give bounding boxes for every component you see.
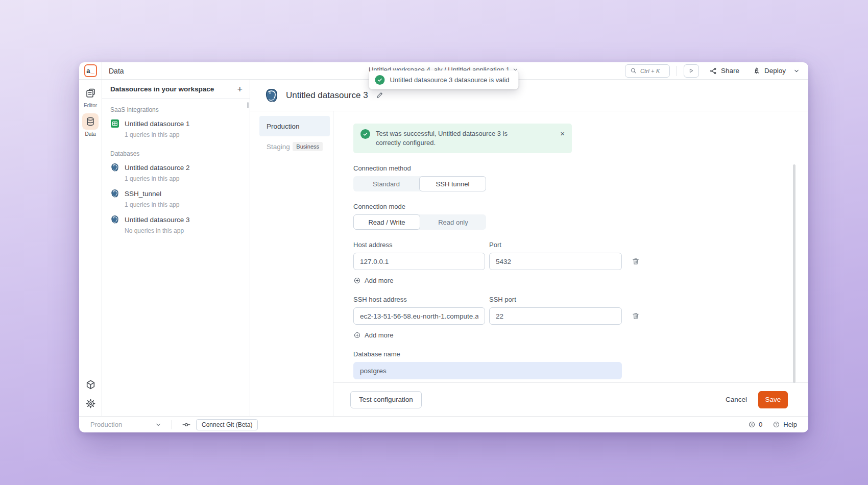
settings-gear-icon[interactable] — [85, 398, 96, 409]
sidebar-item-editor[interactable]: Editor — [82, 85, 99, 108]
statusbar-divider — [172, 420, 172, 429]
datasource-name: Untitled datasource 3 — [125, 216, 190, 224]
tab-production[interactable]: Production — [259, 116, 330, 136]
app-window: a_ Data Untitled workspace 4..alv / Unti… — [79, 62, 808, 432]
panel-scrollbar[interactable] — [247, 102, 249, 108]
share-button[interactable]: Share — [709, 67, 739, 75]
list-item-datasource-2[interactable]: Untitled datasource 2 1 queries in this … — [110, 163, 242, 182]
test-configuration-button[interactable]: Test configuration — [350, 391, 422, 408]
datasource-sub: 1 queries in this app — [125, 175, 242, 182]
database-name-field[interactable] — [353, 362, 622, 379]
git-commit-icon — [182, 420, 191, 429]
toast-message: Untitled datasource 3 datasource is vali… — [390, 76, 509, 84]
cancel-button[interactable]: Cancel — [724, 393, 749, 406]
rail-data-label: Data — [85, 131, 95, 137]
success-check-icon — [375, 75, 384, 85]
option-read-only[interactable]: Read only — [420, 214, 486, 230]
option-read-write[interactable]: Read / Write — [353, 214, 420, 230]
environment-select[interactable]: Production — [90, 421, 162, 428]
add-more-ssh-button[interactable]: Add more — [353, 331, 393, 339]
help-label: Help — [783, 421, 797, 428]
section-label-databases: Databases — [110, 150, 242, 157]
help-circle-icon — [773, 421, 780, 428]
postgresql-icon — [110, 163, 119, 172]
x-circle-icon — [748, 421, 756, 428]
sidebar-item-data[interactable]: Data — [82, 113, 99, 137]
rail-editor-label: Editor — [84, 103, 97, 108]
editor-pages-icon — [82, 85, 99, 101]
form-footer: Test configuration Cancel Save — [333, 382, 808, 416]
ssh-port-field[interactable] — [489, 307, 622, 325]
search-input[interactable]: Ctrl + K — [625, 64, 670, 78]
chevron-down-icon — [155, 421, 162, 428]
add-more-label: Add more — [365, 331, 393, 339]
option-standard[interactable]: Standard — [353, 176, 419, 191]
alert-message: Test was successful, Untitled datasource… — [376, 129, 529, 148]
add-more-host-button[interactable]: Add more — [353, 277, 393, 284]
close-icon[interactable]: × — [560, 129, 565, 138]
option-ssh-tunnel[interactable]: SSH tunnel — [419, 176, 486, 191]
tab-staging[interactable]: Staging Business — [259, 136, 330, 157]
deploy-group: Deploy — [753, 67, 800, 75]
edit-name-pencil-icon[interactable] — [375, 91, 384, 100]
datasource-name: Untitled datasource 1 — [125, 120, 190, 128]
connection-method-label: Connection method — [353, 164, 808, 172]
logo-cell: a_ — [79, 62, 102, 79]
main-content: Untitled datasource 3 Production Staging… — [250, 80, 808, 416]
status-bar: Production Connect Git (Beta) 0 Help — [79, 416, 808, 432]
datasource-sub: No queries in this app — [125, 227, 242, 234]
google-sheets-icon — [110, 119, 119, 128]
database-icon — [82, 113, 99, 130]
rocket-icon — [753, 67, 761, 75]
tab-staging-label: Staging — [267, 143, 290, 151]
ssh-row — [353, 307, 808, 325]
list-item-ssh-tunnel[interactable]: SSH_tunnel 1 queries in this app — [110, 189, 242, 208]
ssh-host-label: SSH host address — [353, 296, 489, 303]
left-rail: Editor Data — [79, 80, 102, 416]
connect-git-button[interactable]: Connect Git (Beta) — [196, 419, 258, 430]
list-item-datasource-3[interactable]: Untitled datasource 3 No queries in this… — [110, 215, 242, 234]
port-field[interactable] — [489, 253, 622, 270]
section-label-saas: SaaS integrations — [110, 106, 242, 113]
host-port-row — [353, 253, 808, 270]
datasources-panel-title: Datasources in your workspace — [110, 85, 214, 93]
appsmith-logo[interactable]: a_ — [84, 64, 97, 77]
success-check-icon — [360, 129, 370, 139]
trash-icon[interactable] — [631, 257, 640, 266]
save-button[interactable]: Save — [758, 391, 788, 408]
logo-underscore: _ — [91, 67, 94, 74]
host-port-labels: Host address Port — [353, 241, 808, 249]
help-button[interactable]: Help — [773, 421, 797, 428]
datasources-list: SaaS integrations Untitled datasource 1 … — [102, 99, 250, 248]
postgresql-icon — [110, 189, 119, 198]
datasource-name: SSH_tunnel — [125, 190, 161, 198]
form-scrollbar[interactable] — [793, 164, 795, 383]
deploy-button[interactable]: Deploy — [753, 67, 786, 75]
connection-mode-toggle: Read / Write Read only — [353, 214, 486, 230]
form-region: Test was successful, Untitled datasource… — [333, 111, 808, 416]
deploy-chevron-icon[interactable] — [793, 67, 800, 75]
add-more-label: Add more — [365, 277, 393, 284]
trash-icon[interactable] — [631, 311, 640, 321]
postgresql-icon — [110, 215, 119, 224]
logo-letter: a — [86, 67, 90, 74]
list-item-datasource-1[interactable]: Untitled datasource 1 1 queries in this … — [110, 119, 242, 138]
form-scroll-area: Test was successful, Untitled datasource… — [333, 111, 808, 382]
success-alert: Test was successful, Untitled datasource… — [353, 124, 572, 153]
toast-notification: Untitled datasource 3 datasource is vali… — [369, 70, 518, 89]
ssh-labels: SSH host address SSH port — [353, 296, 808, 303]
packages-cube-icon[interactable] — [85, 379, 96, 390]
topbar-divider — [677, 66, 677, 76]
datasource-title: Untitled datasource 3 — [286, 90, 368, 101]
host-address-label: Host address — [353, 241, 489, 249]
ssh-host-field[interactable] — [353, 307, 485, 325]
add-datasource-button[interactable]: + — [237, 85, 243, 94]
error-count[interactable]: 0 — [748, 421, 762, 428]
host-address-field[interactable] — [353, 253, 485, 270]
rail-bottom — [85, 379, 96, 409]
datasource-sub: 1 queries in this app — [125, 131, 242, 138]
run-button[interactable] — [684, 64, 699, 78]
ssh-port-label: SSH port — [489, 296, 516, 303]
statusbar-right: 0 Help — [748, 421, 797, 428]
environment-select-value: Production — [90, 421, 122, 428]
